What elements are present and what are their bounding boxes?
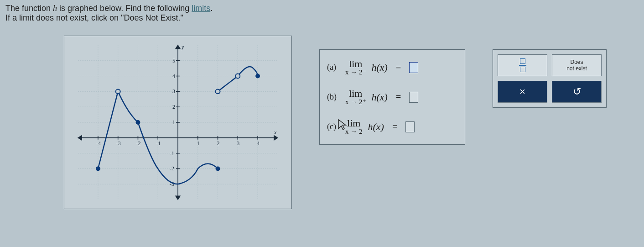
svg-text:x: x	[274, 129, 277, 136]
eq-c: =	[392, 121, 397, 132]
graph-panel: -4-3-2-1 1234 54321 -1-2-3 yx	[64, 36, 292, 209]
close-icon: ×	[519, 86, 525, 98]
svg-marker-19	[78, 136, 82, 140]
svg-text:3: 3	[172, 88, 175, 95]
fraction-icon	[519, 58, 526, 72]
svg-text:-2: -2	[170, 165, 174, 172]
svg-marker-20	[176, 45, 180, 49]
svg-marker-21	[176, 196, 180, 200]
graph-svg: -4-3-2-1 1234 54321 -1-2-3 yx	[64, 36, 291, 209]
undo-icon: ↺	[573, 86, 581, 98]
eq-a: =	[396, 62, 401, 73]
svg-point-61	[216, 166, 220, 171]
answer-input-a[interactable]	[409, 62, 418, 73]
limit-b: lim x → 2⁺	[345, 89, 366, 105]
limit-c: lim x → 2	[345, 118, 363, 135]
svg-point-58	[96, 166, 100, 171]
instruction-text: The function h is graphed below. Find th…	[0, 0, 644, 26]
svg-text:1: 1	[197, 140, 200, 147]
svg-text:1: 1	[172, 119, 175, 126]
answer-input-b[interactable]	[409, 92, 418, 103]
answer-row-b: (b) lim x → 2⁺ h(x) =	[327, 89, 457, 105]
instr-line2: If a limit does not exist, click on "Doe…	[5, 13, 183, 22]
func-c: h(x)	[368, 121, 384, 133]
limits-link[interactable]: limits	[192, 4, 210, 13]
answer-row-a: (a) lim x → 2⁻ h(x) =	[327, 59, 457, 76]
dne-label: Does not exist	[566, 59, 587, 72]
svg-text:-3: -3	[116, 140, 121, 147]
func-a: h(x)	[372, 62, 388, 74]
svg-text:4: 4	[257, 140, 260, 147]
toolbox-panel: Does not exist × ↺	[493, 49, 607, 108]
label-b: (b)	[327, 92, 340, 102]
svg-line-56	[98, 91, 118, 168]
svg-text:2: 2	[217, 140, 220, 147]
svg-text:y: y	[181, 44, 184, 50]
instr-line1-mid: is graphed below. Find the following	[57, 4, 192, 13]
svg-point-64	[255, 74, 260, 79]
answer-input-c[interactable]	[405, 121, 415, 132]
fraction-button[interactable]	[498, 54, 547, 76]
cursor-icon	[338, 119, 348, 133]
svg-text:-1: -1	[170, 150, 174, 157]
svg-point-62	[216, 89, 220, 94]
svg-marker-18	[274, 136, 278, 140]
svg-text:-2: -2	[136, 140, 140, 147]
svg-point-63	[235, 74, 240, 79]
limit-a: lim x → 2⁻	[345, 59, 366, 76]
label-a: (a)	[327, 63, 340, 72]
instr-line1-prefix: The function	[5, 4, 53, 13]
svg-text:-4: -4	[96, 140, 101, 147]
eq-b: =	[396, 92, 401, 102]
instr-line1-suffix: .	[210, 4, 213, 13]
svg-text:5: 5	[172, 58, 175, 64]
svg-point-60	[135, 120, 140, 125]
svg-text:3: 3	[237, 140, 239, 147]
function-symbol: h	[53, 4, 57, 13]
svg-line-57	[218, 76, 238, 92]
svg-point-59	[116, 89, 120, 94]
svg-text:2: 2	[172, 104, 175, 110]
undo-button[interactable]: ↺	[552, 81, 602, 103]
func-b: h(x)	[372, 91, 388, 103]
svg-text:4: 4	[172, 73, 175, 79]
svg-text:-1: -1	[156, 140, 161, 147]
does-not-exist-button[interactable]: Does not exist	[552, 54, 602, 76]
clear-button[interactable]: ×	[498, 81, 547, 103]
